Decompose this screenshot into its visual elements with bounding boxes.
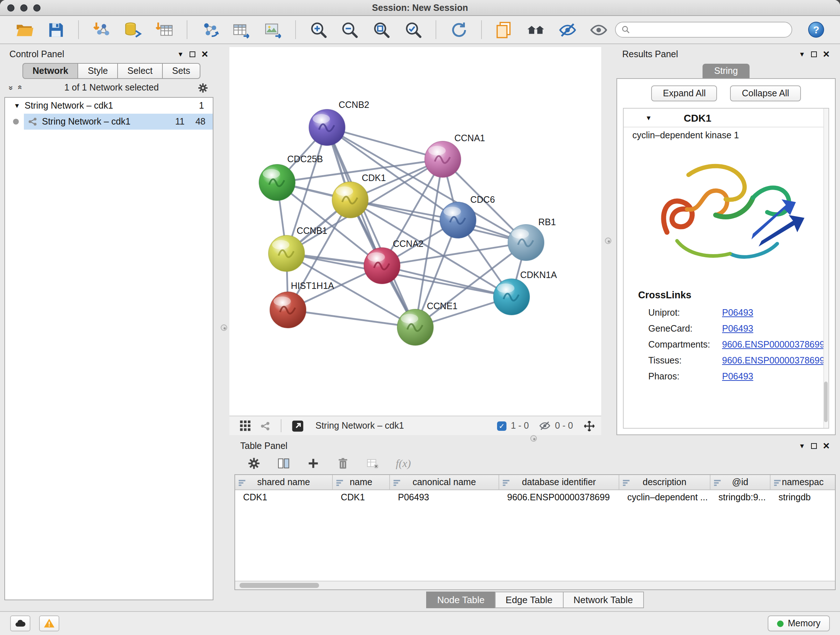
column-header-shared-name[interactable]: shared name (235, 475, 333, 489)
close-window-button[interactable] (7, 4, 14, 11)
panel-menu-button[interactable]: ▼ (799, 442, 805, 450)
export-image-button[interactable] (263, 19, 284, 41)
detach-view-button[interactable] (292, 420, 304, 432)
clone-network-button[interactable] (493, 19, 515, 41)
selected-nodes-checkbox-icon[interactable]: ✓ (497, 421, 507, 431)
network-node-rb1[interactable] (508, 225, 544, 261)
cell-canonical-name[interactable]: P06493 (390, 492, 499, 502)
cell-database-identifier[interactable]: 9606.ENSP00000378699 (499, 492, 619, 502)
zoom-out-button[interactable] (339, 19, 361, 41)
import-network-from-database-button[interactable] (122, 19, 144, 41)
import-network-from-file-button[interactable] (91, 19, 112, 41)
cell-name[interactable]: CDK1 (333, 492, 390, 502)
collapse-all-icon[interactable]: » (15, 86, 24, 89)
panel-menu-button[interactable]: ▼ (177, 51, 184, 58)
navigator-button[interactable] (525, 19, 546, 41)
right-splitter-handle[interactable] (605, 238, 611, 244)
panel-close-button[interactable]: ✕ (201, 50, 208, 59)
gear-icon[interactable] (248, 457, 261, 470)
network-collection-row[interactable]: ▼ String Network – cdk1 1 (5, 98, 213, 114)
left-splitter-handle[interactable] (221, 325, 227, 331)
tab-select[interactable]: Select (117, 63, 162, 79)
minimize-window-button[interactable] (20, 4, 27, 11)
cloud-status-button[interactable] (10, 616, 30, 631)
panel-float-button[interactable] (811, 443, 817, 449)
column-header-id[interactable]: @id (711, 475, 771, 489)
column-header-canonical-name[interactable]: canonical name (390, 475, 499, 489)
column-header-database-identifier[interactable]: database identifier (499, 475, 619, 489)
network-node-ccnb1[interactable] (268, 235, 305, 272)
network-node-hist1h1a[interactable] (270, 292, 306, 328)
panel-float-button[interactable] (811, 51, 817, 57)
scrollbar-thumb[interactable] (240, 583, 319, 588)
panel-close-button[interactable]: ✕ (823, 442, 830, 450)
cell-namespace[interactable]: stringdb (771, 492, 835, 502)
memory-button[interactable]: Memory (767, 616, 830, 631)
network-node-ccna1[interactable] (425, 141, 461, 177)
add-column-icon[interactable] (307, 457, 320, 470)
string-view-button[interactable] (260, 420, 271, 431)
disclosure-triangle-icon[interactable]: ▼ (14, 102, 25, 109)
table-horizontal-scrollbar[interactable] (235, 581, 835, 589)
horizontal-splitter-handle[interactable] (531, 435, 537, 442)
cell-description[interactable]: cyclin–dependent ... (619, 492, 711, 502)
column-header-description[interactable]: description (619, 475, 711, 489)
results-scrollbar[interactable] (823, 109, 829, 428)
show-graphics-details-button[interactable] (588, 19, 609, 41)
network-canvas[interactable]: CCNB2CCNA1CDC25BCDK1CDC6RB1CCNB1CCNA2CDK… (229, 47, 601, 416)
expand-all-icon[interactable]: » (7, 86, 16, 89)
tissues-link[interactable]: 9606.ENSP00000378699 (722, 356, 825, 366)
panel-menu-button[interactable]: ▼ (799, 51, 805, 58)
network-node-ccnb2[interactable] (309, 109, 345, 146)
genecard-link[interactable]: P06493 (722, 324, 753, 334)
cell-id[interactable]: stringdb:9... (711, 492, 771, 502)
tab-node-table[interactable]: Node Table (426, 591, 494, 608)
grid-view-button[interactable] (240, 420, 251, 432)
uniprot-link[interactable]: P06493 (722, 308, 753, 318)
panel-float-button[interactable] (189, 51, 195, 57)
zoom-fit-button[interactable] (371, 19, 393, 41)
new-table-button[interactable] (231, 19, 252, 41)
panel-close-button[interactable]: ✕ (823, 50, 830, 59)
network-node-ccna2[interactable] (364, 248, 400, 284)
string-results-tab[interactable]: String (703, 64, 749, 78)
compartments-link[interactable]: 9606.ENSP00000378699 (722, 340, 825, 350)
collapse-all-button[interactable]: Collapse All (730, 86, 801, 101)
tab-network[interactable]: Network (22, 63, 78, 79)
tab-sets[interactable]: Sets (162, 63, 201, 79)
tab-network-table[interactable]: Network Table (562, 591, 644, 608)
hide-graphics-details-button[interactable] (556, 19, 578, 41)
disclosure-triangle-icon[interactable]: ▼ (645, 114, 656, 121)
move-crosshair-icon[interactable] (583, 420, 595, 432)
warnings-button[interactable] (39, 616, 59, 631)
save-session-button[interactable] (45, 19, 66, 41)
tab-edge-table[interactable]: Edge Table (495, 591, 563, 608)
zoom-window-button[interactable] (33, 4, 41, 11)
delete-column-icon[interactable] (336, 457, 349, 470)
select-columns-icon[interactable] (277, 457, 290, 470)
expand-all-button[interactable]: Expand All (652, 86, 717, 101)
search-box[interactable] (615, 22, 792, 38)
clear-table-icon[interactable] (366, 457, 379, 470)
network-row-selected[interactable]: String Network – cdk1 11 48 (5, 114, 213, 130)
network-node-cdc25b[interactable] (259, 165, 295, 201)
column-header-namespace[interactable]: namespac (771, 475, 835, 489)
new-network-button[interactable] (199, 19, 221, 41)
gear-icon[interactable] (197, 82, 208, 93)
cell-shared-name[interactable]: CDK1 (235, 492, 333, 502)
search-input[interactable] (633, 25, 786, 35)
network-node-ccne1[interactable] (397, 309, 433, 345)
network-node-cdkn1a[interactable] (493, 279, 530, 315)
import-table-from-file-button[interactable] (154, 19, 175, 41)
open-session-button[interactable] (14, 19, 35, 41)
zoom-selected-button[interactable] (403, 19, 424, 41)
help-button[interactable]: ? (808, 22, 824, 38)
table-row[interactable]: CDK1 CDK1 P06493 9606.ENSP00000378699 cy… (235, 490, 835, 505)
function-builder-button[interactable]: f(x) (396, 457, 411, 470)
network-node-cdk1[interactable] (332, 182, 368, 218)
zoom-in-button[interactable] (308, 19, 329, 41)
pharos-link[interactable]: P06493 (722, 371, 753, 382)
network-node-cdc6[interactable] (440, 202, 476, 238)
refresh-view-button[interactable] (448, 19, 469, 41)
column-header-name[interactable]: name (333, 475, 390, 489)
